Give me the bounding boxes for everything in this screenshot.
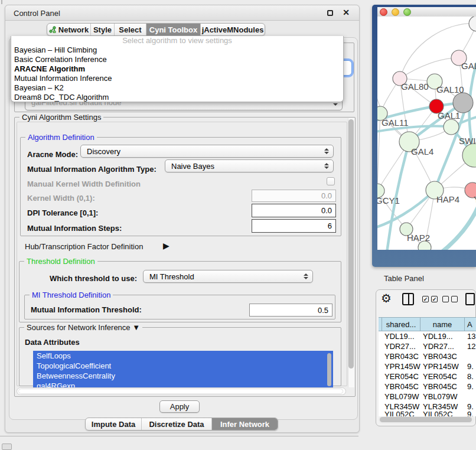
manual-kernel-checkbox[interactable] — [327, 177, 335, 185]
network-node[interactable] — [453, 93, 473, 113]
algorithm-dropdown-popup: Select algorithm to view settings Bayesi… — [11, 36, 344, 102]
close-traffic-light-icon[interactable] — [380, 8, 387, 16]
sources-group-title: Sources for Network Inference ▼ — [24, 323, 142, 332]
column-header-name[interactable]: name — [420, 317, 465, 331]
data-attributes-label: Data Attributes — [25, 338, 80, 347]
select-all-check-icon[interactable]: ✓ — [431, 296, 438, 302]
zoom-traffic-light-icon[interactable] — [403, 8, 411, 16]
select-all-check-icon[interactable]: ✓ — [422, 296, 429, 302]
dropdown-item[interactable]: Dream8 DC_TDC Algorithm — [11, 93, 343, 102]
table-cell: YIL052C — [420, 412, 465, 416]
table-cell: YBL079W — [382, 392, 420, 402]
node-label: GAL — [461, 61, 476, 71]
attribute-list-item[interactable]: BetweennessCentrality — [33, 371, 333, 381]
mi-threshold-group-title: MI Threshold Definition — [30, 291, 113, 299]
attribute-list-item[interactable]: SelfLoops — [33, 351, 333, 361]
settings-hscrollbar-thumb[interactable] — [18, 389, 343, 394]
node-label: GAL11 — [382, 118, 409, 128]
sources-collapse-arrow-icon[interactable]: ▼ — [132, 323, 140, 332]
node-label: GCY1 — [377, 195, 400, 206]
node-label: GAL4 — [411, 146, 433, 156]
node-label: HAP4 — [436, 194, 459, 204]
tab-bar: NetworkStyleSelectCyni ToolboxjActiveMNo… — [47, 23, 265, 36]
dropdown-item[interactable]: Basic Correlation Inference — [11, 55, 343, 64]
network-canvas[interactable]: GALGAL80GAL10GAL1GAL11GAL4SWI4GCY1HAP4YH… — [377, 17, 476, 250]
table-panel-title: Table Panel — [384, 274, 424, 283]
network-edge-thick[interactable] — [442, 202, 476, 250]
apply-button[interactable]: Apply — [159, 400, 200, 413]
kernel-width-field[interactable]: 0.0 — [252, 190, 336, 202]
dpi-tolerance-value: 0.0 — [321, 206, 332, 215]
aracne-mode-value: Discovery — [87, 147, 120, 156]
minimize-traffic-light-icon[interactable] — [392, 8, 399, 16]
table-row[interactable]: YLR345WYLR345W9. — [379, 402, 476, 412]
table-row[interactable]: YBL079WYBL079W — [379, 392, 476, 402]
panel-title: Control Panel — [14, 9, 60, 18]
minimized-panel-icon[interactable] — [2, 444, 12, 450]
table-cell: YPR145W — [382, 361, 420, 371]
tab-jactivemnodules[interactable]: jActiveMNodules — [201, 24, 265, 35]
close-icon[interactable]: ✕ — [343, 8, 350, 17]
table-hscrollbar-track[interactable] — [379, 416, 474, 423]
column-header-shared[interactable]: shared... — [382, 317, 420, 331]
table-hscrollbar-thumb[interactable] — [380, 417, 472, 422]
float-window-icon[interactable] — [327, 10, 333, 16]
tab-infer-network[interactable]: Infer Network — [212, 418, 278, 430]
aracne-mode-combobox[interactable]: Discovery — [80, 145, 334, 158]
table-row[interactable]: YBR043CYBR043C — [379, 351, 476, 361]
table-row[interactable]: YDL19...YDL19...13 — [379, 331, 476, 341]
network-edge[interactable] — [377, 113, 380, 191]
bottom-divider — [0, 436, 358, 436]
threshold-definition-title: Threshold Definition — [24, 257, 97, 266]
data-attributes-list[interactable]: SelfLoopsTopologicalCoefficientBetweenne… — [33, 351, 333, 392]
network-edge[interactable] — [400, 58, 459, 79]
screen: Control Panel ✕ NetworkStyleSelectCyni T… — [0, 0, 476, 450]
tab-network[interactable]: Network — [47, 24, 91, 35]
mi-threshold-label: Mutual Information Threshold: — [31, 305, 142, 314]
table-row[interactable]: YBR045CYBR045C9. — [379, 381, 476, 392]
table-cell: 9. — [465, 361, 476, 371]
attribute-list-item[interactable]: TopologicalCoefficient — [33, 361, 333, 371]
settings-vscrollbar-thumb[interactable] — [348, 119, 354, 369]
new-table-file-icon[interactable] — [465, 293, 475, 305]
deselect-all-icon[interactable] — [442, 296, 449, 302]
node-label: GAL80 — [401, 81, 429, 92]
settings-hscrollbar-track[interactable] — [17, 387, 346, 395]
dropdown-item[interactable]: Mutual Information Inference — [11, 74, 343, 83]
tab-style[interactable]: Style — [91, 24, 115, 35]
gear-icon[interactable]: ⚙ — [381, 291, 392, 305]
control-panel-titlebar: Control Panel ✕ — [5, 5, 359, 21]
table-row[interactable]: YIL052CYIL052C9. — [379, 412, 476, 416]
table-row[interactable]: YPR145WYPR145W9. — [379, 361, 476, 371]
dpi-tolerance-field[interactable]: 0.0 — [252, 204, 336, 217]
dropdown-item[interactable]: Bayesian – K2 — [11, 83, 343, 93]
combo-arrows-icon — [324, 163, 329, 169]
network-node[interactable] — [469, 17, 476, 31]
manual-kernel-label: Manual Kernel Width Definition — [27, 180, 141, 188]
mi-steps-field[interactable]: 6 — [252, 219, 336, 233]
hub-expand-arrow-icon[interactable]: ▶ — [163, 241, 169, 250]
tab-impute-data[interactable]: Impute Data — [86, 418, 142, 430]
table-cell: YDR27... — [420, 341, 465, 351]
table-cell: YDL19... — [382, 331, 420, 341]
dropdown-item[interactable]: Bayesian – Hill Climbing — [11, 45, 343, 55]
dropdown-item[interactable]: ARACNE Algorithm — [11, 64, 343, 74]
hub-definition-label: Hub/Transcription Factor Definition — [25, 242, 143, 251]
tab-cyni-toolbox[interactable]: Cyni Toolbox — [146, 24, 201, 35]
which-threshold-combobox[interactable]: MI Threshold — [143, 270, 313, 283]
table-cell: YLR345W — [382, 402, 420, 412]
table-row[interactable]: YER054CYER054C8. — [379, 371, 476, 381]
tab-select[interactable]: Select — [115, 24, 146, 35]
node-label: HAP2 — [407, 233, 430, 243]
mi-type-combobox[interactable]: Naive Bayes — [165, 159, 334, 172]
tab-discretize-data[interactable]: Discretize Data — [142, 418, 212, 430]
attributes-vscrollbar-thumb[interactable] — [327, 353, 331, 386]
table-row[interactable]: YDR27...YDR27...12 — [379, 341, 476, 351]
table-cell: 13 — [465, 331, 476, 341]
mi-threshold-field[interactable]: 0.5 — [249, 304, 332, 317]
deselect-all-icon[interactable] — [451, 296, 458, 302]
columns-icon[interactable] — [402, 293, 414, 305]
network-node[interactable] — [444, 119, 459, 135]
column-header-A[interactable]: A — [465, 317, 476, 331]
kernel-width-value: 0.0 — [321, 191, 332, 200]
